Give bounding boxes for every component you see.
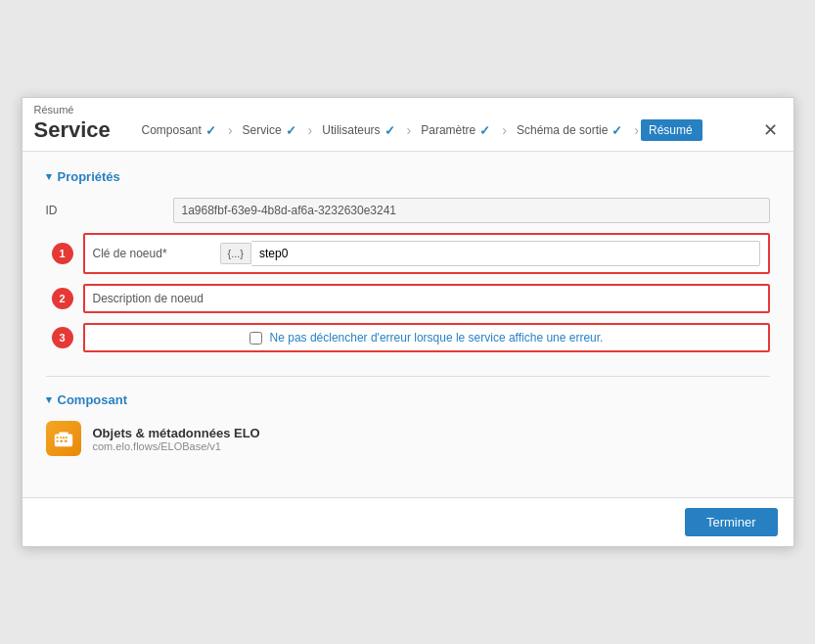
- component-section: ▾ Composant Objets & métadonnées ELO com…: [46, 392, 770, 456]
- component-info: Objets & métadonnées ELO com.elo.flows/E…: [93, 426, 260, 452]
- component-title-label: Composant: [58, 392, 128, 407]
- close-button[interactable]: ✕: [759, 119, 782, 141]
- tab-schema[interactable]: Schéma de sortie ✓: [509, 119, 632, 142]
- properties-chevron-icon: ▾: [46, 170, 52, 183]
- service-check-icon: ✓: [286, 123, 296, 138]
- tab-service[interactable]: Service ✓: [235, 119, 306, 142]
- tab-composant[interactable]: Composant ✓: [134, 119, 226, 142]
- wizard-steps: Composant ✓ › Service ✓ › Utilisateurs ✓…: [134, 119, 740, 142]
- utilisateurs-label: Utilisateurs: [322, 123, 380, 137]
- service-label: Service: [243, 123, 282, 137]
- properties-title-label: Propriétés: [58, 169, 120, 184]
- checkbox-label: Ne pas déclencher d'erreur lorsque le se…: [270, 331, 604, 345]
- id-field-row: ID: [46, 198, 770, 223]
- id-input[interactable]: [173, 198, 770, 223]
- node-key-wrapper: 1 Clé de noeud* {...}: [83, 233, 770, 274]
- parametre-check-icon: ✓: [479, 123, 490, 138]
- title-row: Service Composant ✓ › Service ✓ › Utilis…: [34, 117, 782, 151]
- parametre-label: Paramètre: [421, 123, 475, 137]
- tab-parametre[interactable]: Paramètre ✓: [413, 119, 500, 142]
- properties-section-title: ▾ Propriétés: [46, 169, 770, 184]
- component-section-title: ▾ Composant: [46, 392, 770, 407]
- node-key-label: Clé de noeud*: [93, 247, 220, 260]
- page-title: Service: [34, 117, 122, 143]
- terminate-button[interactable]: Terminer: [685, 508, 778, 536]
- badge-3: 3: [52, 327, 73, 348]
- id-label: ID: [46, 204, 173, 217]
- description-row: Description de noeud: [93, 292, 760, 305]
- properties-section: ▾ Propriétés ID 1 Clé de noeud* {...}: [46, 169, 770, 352]
- arrow-4: ›: [502, 122, 507, 138]
- modal-footer: Terminer: [23, 497, 793, 546]
- description-highlighted-row: Description de noeud: [83, 284, 770, 313]
- description-wrapper: 2 Description de noeud: [83, 284, 770, 313]
- section-divider: [46, 376, 770, 377]
- checkbox-highlighted-row: Ne pas déclencher d'erreur lorsque le se…: [83, 323, 770, 352]
- arrow-1: ›: [228, 122, 233, 138]
- checkbox-row: Ne pas déclencher d'erreur lorsque le se…: [93, 331, 760, 345]
- modal-header: Résumé Service Composant ✓ › Service ✓ ›…: [23, 98, 793, 152]
- tab-utilisateurs[interactable]: Utilisateurs ✓: [314, 119, 404, 142]
- breadcrumb: Résumé: [34, 104, 782, 117]
- description-input[interactable]: [220, 292, 760, 305]
- modal-dialog: Résumé Service Composant ✓ › Service ✓ ›…: [22, 97, 794, 547]
- component-chevron-icon: ▾: [46, 393, 52, 406]
- description-label: Description de noeud: [93, 292, 220, 305]
- curly-bracket-button[interactable]: {...}: [220, 243, 252, 264]
- badge-2: 2: [52, 288, 73, 309]
- arrow-5: ›: [634, 122, 639, 138]
- component-path: com.elo.flows/ELOBase/v1: [93, 440, 260, 452]
- node-key-row: Clé de noeud* {...}: [93, 241, 760, 266]
- node-key-input[interactable]: [251, 241, 759, 266]
- component-row: Objets & métadonnées ELO com.elo.flows/E…: [46, 421, 770, 456]
- composant-check-icon: ✓: [205, 123, 216, 138]
- component-name: Objets & métadonnées ELO: [93, 426, 260, 440]
- utilisateurs-check-icon: ✓: [385, 123, 395, 138]
- schema-check-icon: ✓: [611, 123, 622, 138]
- arrow-2: ›: [308, 122, 313, 138]
- component-icon: [46, 421, 81, 456]
- checkbox-wrapper: 3 Ne pas déclencher d'erreur lorsque le …: [83, 323, 770, 352]
- arrow-3: ›: [407, 122, 412, 138]
- badge-1: 1: [52, 243, 73, 264]
- no-error-checkbox[interactable]: [249, 332, 262, 345]
- schema-label: Schéma de sortie: [517, 123, 608, 137]
- modal-body: ▾ Propriétés ID 1 Clé de noeud* {...}: [23, 152, 793, 497]
- resume-label: Résumé: [649, 123, 693, 137]
- node-key-highlighted-row: Clé de noeud* {...}: [83, 233, 770, 274]
- composant-label: Composant: [142, 123, 202, 137]
- tab-resume[interactable]: Résumé: [641, 119, 702, 141]
